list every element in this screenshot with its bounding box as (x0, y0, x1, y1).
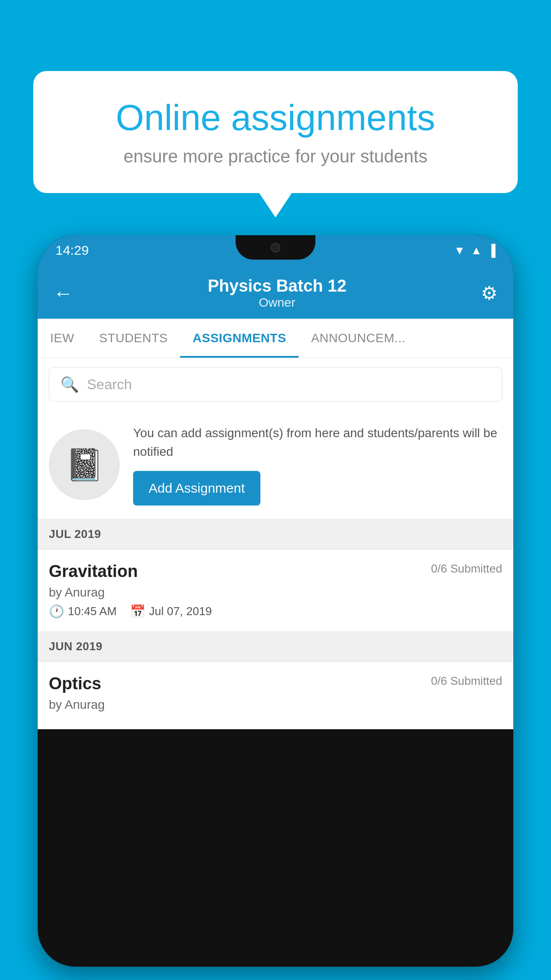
notch (236, 235, 315, 260)
battery-icon: ▐ (488, 244, 496, 257)
clock-icon: 🕐 (49, 604, 64, 619)
status-icons: ▼ ▲ ▐ (454, 244, 496, 257)
signal-icon: ▲ (471, 244, 482, 257)
settings-gear-icon[interactable]: ⚙ (481, 282, 498, 304)
tab-assignments[interactable]: ASSIGNMENTS (180, 319, 299, 358)
search-placeholder: Search (87, 376, 132, 393)
add-assignment-button[interactable]: Add Assignment (133, 471, 260, 506)
assignment-by-optics: by Anurag (49, 698, 502, 712)
search-icon: 🔍 (60, 375, 79, 393)
back-button[interactable]: ← (53, 282, 73, 305)
promo-card: 📓 You can add assignment(s) from here an… (38, 411, 513, 519)
assignment-submitted-optics: 0/6 Submitted (431, 674, 502, 688)
date-value-gravitation: Jul 07, 2019 (149, 605, 212, 618)
phone-frame: 14:29 ▼ ▲ ▐ ← Physics Batch 12 Owner ⚙ I… (38, 235, 513, 967)
speech-bubble: Online assignments ensure more practice … (33, 71, 518, 193)
status-time: 14:29 (55, 243, 89, 258)
bubble-subtitle: ensure more practice for your students (64, 146, 487, 166)
assignment-meta-gravitation: 🕐 10:45 AM 📅 Jul 07, 2019 (49, 604, 502, 619)
section-header-jul2019: JUL 2019 (38, 519, 513, 549)
calendar-icon: 📅 (130, 604, 146, 619)
assignment-name-optics: Optics (49, 674, 101, 693)
notebook-icon: 📓 (65, 447, 104, 483)
assignment-by-gravitation: by Anurag (49, 585, 502, 600)
assignment-submitted-gravitation: 0/6 Submitted (431, 562, 502, 576)
camera (271, 243, 280, 253)
assignment-row-top: Gravitation 0/6 Submitted (49, 562, 502, 581)
tab-bar: IEW STUDENTS ASSIGNMENTS ANNOUNCEM... (38, 319, 513, 358)
time-value-gravitation: 10:45 AM (68, 605, 117, 618)
promo-text-area: You can add assignment(s) from here and … (133, 424, 502, 506)
batch-title: Physics Batch 12 (208, 277, 346, 296)
search-input-wrapper[interactable]: 🔍 Search (49, 367, 502, 402)
section-header-jun2019: JUN 2019 (38, 632, 513, 662)
wifi-icon: ▼ (454, 244, 465, 257)
assignment-item-optics[interactable]: Optics 0/6 Submitted by Anurag (38, 662, 513, 729)
app-header: ← Physics Batch 12 Owner ⚙ (38, 265, 513, 319)
header-title-group: Physics Batch 12 Owner (208, 277, 346, 310)
phone-content: 🔍 Search 📓 You can add assignment(s) fro… (38, 358, 513, 729)
speech-bubble-container: Online assignments ensure more practice … (33, 71, 518, 193)
batch-subtitle: Owner (208, 296, 346, 310)
tab-announcements[interactable]: ANNOUNCEM... (299, 319, 418, 358)
assignment-date-gravitation: 📅 Jul 07, 2019 (130, 604, 212, 619)
tab-iew[interactable]: IEW (38, 319, 87, 358)
tab-students[interactable]: STUDENTS (87, 319, 180, 358)
assignment-item-gravitation[interactable]: Gravitation 0/6 Submitted by Anurag 🕐 10… (38, 549, 513, 632)
search-bar: 🔍 Search (38, 358, 513, 411)
assignment-name-gravitation: Gravitation (49, 562, 138, 581)
promo-description: You can add assignment(s) from here and … (133, 424, 502, 461)
assignment-time-gravitation: 🕐 10:45 AM (49, 604, 117, 619)
assignment-row-top-optics: Optics 0/6 Submitted (49, 674, 502, 693)
status-bar: 14:29 ▼ ▲ ▐ (38, 235, 513, 265)
promo-icon-circle: 📓 (49, 429, 120, 500)
bubble-title: Online assignments (64, 98, 487, 138)
